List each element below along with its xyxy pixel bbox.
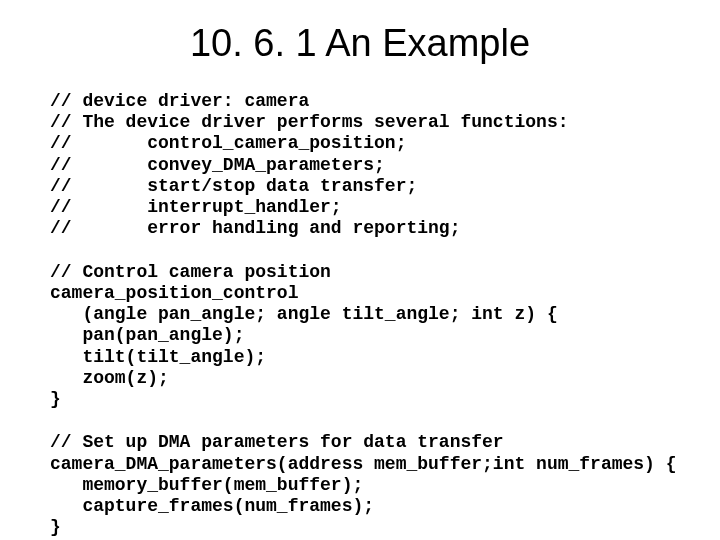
slide: 10. 6. 1 An Example // device driver: ca… xyxy=(0,0,720,540)
code-block-3: // Set up DMA parameters for data transf… xyxy=(50,432,670,538)
code-block-2: // Control camera position camera_positi… xyxy=(50,262,670,411)
slide-title: 10. 6. 1 An Example xyxy=(50,22,670,65)
code-block-1: // device driver: camera // The device d… xyxy=(50,91,670,240)
